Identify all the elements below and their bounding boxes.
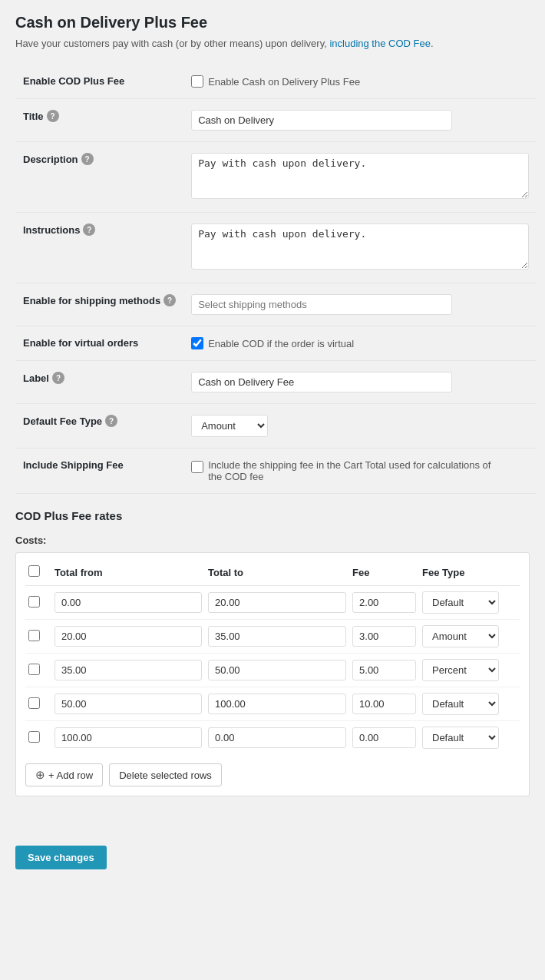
shipping-methods-label: Enable for shipping methods — [23, 295, 160, 306]
fee-input[interactable] — [352, 727, 416, 748]
delete-rows-button[interactable]: Delete selected rows — [109, 763, 222, 786]
costs-label: Costs: — [15, 535, 530, 546]
row-checkbox[interactable] — [28, 664, 40, 675]
fee-input[interactable] — [352, 660, 416, 680]
virtual-orders-label: Enable for virtual orders — [15, 326, 183, 361]
rates-section-heading: COD Plus Fee rates — [15, 509, 530, 522]
settings-form: Enable COD Plus Fee Enable Cash on Deliv… — [15, 65, 537, 494]
fee-type-select[interactable]: DefaultAmountPercent — [422, 659, 499, 681]
rates-action-row: ⊕ + Add row Delete selected rows — [25, 763, 520, 786]
virtual-orders-checkbox-label: Enable COD if the order is virtual — [208, 338, 354, 349]
enable-cod-checkbox[interactable] — [191, 75, 203, 88]
instructions-help-icon[interactable]: ? — [83, 223, 95, 236]
description-help-icon[interactable]: ? — [81, 153, 94, 165]
select-all-checkbox[interactable] — [28, 565, 40, 577]
table-row: DefaultAmountPercent — [25, 586, 520, 620]
page-subtitle: Have your customers pay with cash (or by… — [15, 38, 530, 49]
include-shipping-checkbox[interactable] — [191, 461, 203, 473]
total-from-input[interactable] — [54, 626, 202, 647]
title-label: Title — [23, 111, 44, 122]
total-to-input[interactable] — [208, 694, 346, 714]
row-checkbox[interactable] — [28, 697, 40, 709]
description-label: Description — [23, 154, 78, 165]
instructions-textarea[interactable]: Pay with cash upon delivery. — [191, 223, 529, 270]
total-from-input[interactable] — [54, 727, 202, 748]
table-row: DefaultAmountPercent — [25, 620, 520, 654]
fee-input[interactable] — [352, 592, 416, 613]
costs-section: Costs: Total from Total to Fee Fee Type — [15, 535, 530, 796]
add-row-label: + Add row — [48, 770, 93, 781]
default-fee-type-label: Default Fee Type — [23, 416, 102, 427]
description-textarea[interactable]: Pay with cash upon delivery. — [191, 153, 529, 199]
total-from-input[interactable] — [54, 592, 202, 613]
include-shipping-label: Include Shipping Fee — [15, 449, 183, 494]
table-row: DefaultAmountPercent — [25, 687, 520, 721]
label-help-icon[interactable]: ? — [52, 372, 64, 384]
title-help-icon[interactable]: ? — [47, 110, 59, 122]
enable-cod-label: Enable COD Plus Fee — [15, 65, 183, 99]
rates-table: Total from Total to Fee Fee Type Default… — [25, 561, 520, 754]
row-checkbox[interactable] — [28, 630, 40, 641]
instructions-label: Instructions — [23, 224, 80, 236]
add-row-button[interactable]: ⊕ + Add row — [25, 763, 103, 786]
col-header-total-from: Total from — [51, 561, 205, 586]
label-field-label: Label — [23, 372, 49, 384]
row-checkbox[interactable] — [28, 731, 40, 743]
enable-cod-checkbox-label: Enable Cash on Delivery Plus Fee — [208, 76, 360, 88]
default-fee-type-select[interactable]: Amount Percent Default — [191, 415, 268, 437]
title-input[interactable] — [191, 110, 452, 131]
total-to-input[interactable] — [208, 626, 346, 647]
save-changes-button[interactable]: Save changes — [15, 846, 107, 869]
save-bar: Save changes — [0, 835, 545, 880]
fee-type-select[interactable]: DefaultAmountPercent — [422, 727, 499, 749]
col-header-fee-type: Fee Type — [419, 561, 520, 586]
label-input[interactable] — [191, 372, 452, 392]
col-header-check — [25, 561, 51, 586]
col-header-fee: Fee — [349, 561, 419, 586]
fee-input[interactable] — [352, 694, 416, 714]
row-checkbox[interactable] — [28, 596, 40, 608]
table-row: DefaultAmountPercent — [25, 721, 520, 755]
fee-type-select[interactable]: DefaultAmountPercent — [422, 591, 499, 614]
fee-type-select[interactable]: DefaultAmountPercent — [422, 693, 499, 715]
total-to-input[interactable] — [208, 727, 346, 748]
fee-type-select[interactable]: DefaultAmountPercent — [422, 625, 499, 647]
shipping-methods-input[interactable] — [191, 294, 452, 315]
total-to-input[interactable] — [208, 660, 346, 680]
table-row: DefaultAmountPercent — [25, 654, 520, 687]
col-header-total-to: Total to — [205, 561, 349, 586]
shipping-methods-help-icon[interactable]: ? — [164, 294, 176, 306]
virtual-orders-checkbox[interactable] — [191, 337, 203, 349]
total-to-input[interactable] — [208, 592, 346, 613]
subtitle-link[interactable]: including the COD Fee — [329, 38, 431, 49]
default-fee-type-help-icon[interactable]: ? — [105, 415, 117, 427]
add-row-icon: ⊕ — [35, 768, 45, 782]
fee-input[interactable] — [352, 626, 416, 647]
total-from-input[interactable] — [54, 694, 202, 714]
include-shipping-text: Include the shipping fee in the Cart Tot… — [208, 459, 500, 482]
total-from-input[interactable] — [54, 660, 202, 680]
page-title: Cash on Delivery Plus Fee — [15, 14, 530, 31]
rates-table-wrap: Total from Total to Fee Fee Type Default… — [15, 552, 530, 796]
